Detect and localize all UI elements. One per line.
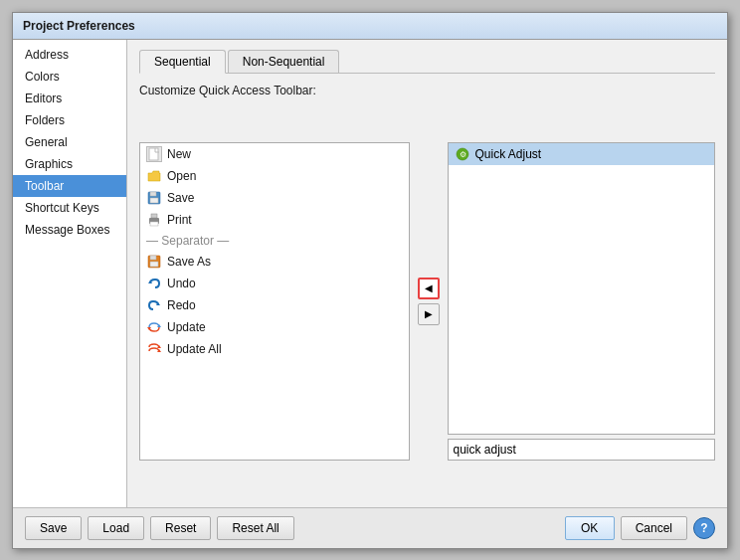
sidebar-item-shortcut-keys[interactable]: Shortcut Keys (13, 197, 126, 219)
svg-rect-0 (149, 148, 158, 160)
svg-rect-9 (150, 262, 158, 267)
reset-button[interactable]: Reset (150, 516, 211, 540)
svg-rect-6 (150, 222, 158, 226)
sidebar-item-graphics[interactable]: Graphics (13, 153, 126, 175)
sidebar-item-folders[interactable]: Folders (13, 109, 126, 131)
print-icon (146, 212, 162, 228)
svg-rect-2 (150, 192, 156, 196)
tab-sequential[interactable]: Sequential (139, 50, 226, 74)
load-button[interactable]: Load (88, 516, 144, 540)
sidebar-item-editors[interactable]: Editors (13, 88, 126, 109)
quick-adjust-icon: ⚙ (455, 146, 470, 162)
item-label: Redo (167, 298, 196, 312)
list-item[interactable]: Undo (140, 273, 409, 294)
save-icon (146, 190, 162, 206)
svg-rect-5 (151, 214, 157, 218)
list-item[interactable]: Print (140, 209, 409, 231)
quick-access-list[interactable]: ⚙ Quick Adjust (448, 142, 716, 435)
ok-button[interactable]: OK (565, 516, 615, 540)
tabs: Sequential Non-Sequential (139, 50, 715, 74)
save-button[interactable]: Save (25, 516, 82, 540)
cancel-button[interactable]: Cancel (621, 516, 687, 540)
saveas-icon (146, 254, 162, 270)
list-item[interactable]: Save (140, 187, 409, 209)
available-items-list[interactable]: New Open Save (139, 142, 410, 461)
item-label: Open (167, 169, 196, 183)
update-icon (146, 319, 162, 335)
quick-access-item[interactable]: ⚙ Quick Adjust (449, 143, 715, 165)
tab-non-sequential[interactable]: Non-Sequential (228, 50, 340, 73)
quick-access-item-label: Quick Adjust (475, 147, 542, 161)
main-content: Sequential Non-Sequential Customize Quic… (127, 40, 727, 507)
list-item[interactable]: Update All (140, 338, 409, 360)
svg-rect-8 (150, 256, 156, 260)
sidebar-item-address[interactable]: Address (13, 44, 126, 66)
sidebar-item-general[interactable]: General (13, 131, 126, 153)
updateall-icon (146, 341, 162, 357)
list-item[interactable]: Update (140, 316, 409, 338)
move-left-button[interactable]: ◀ (418, 278, 440, 299)
item-label: Undo (167, 277, 196, 290)
arrow-buttons: ◀ ▶ (418, 278, 440, 325)
sidebar-item-toolbar[interactable]: Toolbar (13, 175, 126, 197)
project-preferences-dialog: Project Preferences Address Colors Edito… (12, 12, 728, 549)
separator-label: — Separator — (146, 234, 229, 248)
new-icon (146, 146, 162, 162)
list-item[interactable]: Save As (140, 251, 409, 273)
list-item[interactable]: New (140, 143, 409, 165)
item-label: Save As (167, 255, 211, 269)
sidebar-item-colors[interactable]: Colors (13, 66, 126, 88)
dialog-title: Project Preferences (13, 13, 727, 40)
dialog-body: Address Colors Editors Folders General G… (13, 40, 727, 507)
svg-text:⚙: ⚙ (459, 150, 465, 159)
help-button[interactable]: ? (693, 517, 715, 539)
sidebar-item-message-boxes[interactable]: Message Boxes (13, 219, 126, 241)
item-label: Save (167, 191, 194, 205)
sidebar: Address Colors Editors Folders General G… (13, 40, 127, 507)
quick-access-text-input[interactable] (448, 439, 716, 461)
list-item-separator: — Separator — (140, 231, 409, 251)
list-item[interactable]: Open (140, 165, 409, 187)
item-label: Update (167, 320, 206, 334)
item-label: New (167, 147, 191, 161)
dialog-footer: Save Load Reset Reset All OK Cancel ? (13, 507, 727, 548)
redo-icon (146, 297, 162, 313)
undo-icon (146, 276, 162, 291)
item-label: Print (167, 213, 192, 227)
list-item[interactable]: Redo (140, 294, 409, 316)
move-right-button[interactable]: ▶ (418, 303, 440, 325)
reset-all-button[interactable]: Reset All (217, 516, 293, 540)
open-icon (146, 168, 162, 184)
toolbar-panels: New Open Save (139, 105, 715, 497)
quick-access-panel: ⚙ Quick Adjust (448, 142, 716, 461)
item-label: Update All (167, 342, 222, 356)
svg-rect-3 (150, 198, 158, 203)
toolbar-customize-label: Customize Quick Access Toolbar: (139, 84, 715, 97)
